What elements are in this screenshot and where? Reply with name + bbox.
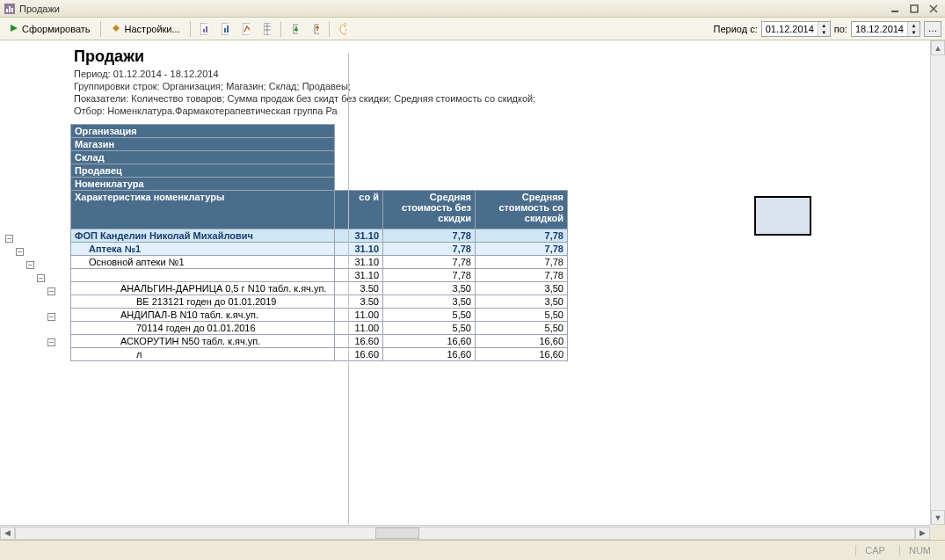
cell-value: 11.00 xyxy=(335,309,383,322)
separator xyxy=(280,21,281,37)
row-name: Аптека №1 xyxy=(71,243,335,256)
table-row[interactable]: Аптека №131.107,787,78 xyxy=(71,243,568,256)
cell-value: 16,60 xyxy=(383,335,476,348)
tree-toggle[interactable]: − xyxy=(37,274,45,282)
tool-action-1[interactable] xyxy=(285,20,304,38)
table-row[interactable]: АНДИПАЛ-В N10 табл. к.яч.уп.11.005,505,5… xyxy=(71,309,568,322)
cell-value: 5,50 xyxy=(476,322,568,335)
row-name: ФОП Канделин Николай Михайлович xyxy=(71,229,335,243)
minimize-button[interactable] xyxy=(887,3,903,15)
svg-rect-5 xyxy=(911,5,918,12)
col-partial[interactable]: со й xyxy=(335,191,383,229)
cell-value: 31.10 xyxy=(335,256,383,269)
scroll-thumb[interactable] xyxy=(375,527,419,539)
window-titlebar: Продажи xyxy=(0,0,945,18)
scroll-left-icon[interactable]: ◀ xyxy=(0,527,15,540)
date-spin[interactable]: ▲▼ xyxy=(907,22,920,36)
svg-rect-14 xyxy=(224,28,226,33)
row-name: АНАЛЬГИН-ДАРНИЦА 0,5 г N10 табл. к.яч.уп… xyxy=(71,282,335,295)
horizontal-scrollbar[interactable]: ◀ ▶ xyxy=(0,525,930,540)
tree-toggle[interactable]: − xyxy=(47,338,55,346)
date-spin[interactable]: ▲▼ xyxy=(818,22,830,36)
cell-value: 5,50 xyxy=(383,309,476,322)
cell-value: 11.00 xyxy=(335,322,383,335)
row-name: Основной аптеки №1 xyxy=(71,256,335,269)
date-to-input[interactable]: 18.12.2014 ▲▼ xyxy=(851,21,920,37)
table-row[interactable]: л16.6016,6016,60 xyxy=(71,348,568,361)
tree-toggle[interactable]: − xyxy=(26,261,34,269)
tree-toggle[interactable]: − xyxy=(47,313,55,321)
cell-value: 3,50 xyxy=(476,295,568,309)
help-button[interactable]: ? xyxy=(333,20,353,38)
col-org[interactable]: Организация xyxy=(71,125,335,138)
separator xyxy=(100,21,101,37)
cell-value: 16.60 xyxy=(335,335,383,348)
cell-value: 31.10 xyxy=(335,269,383,282)
cell-value: 7,78 xyxy=(383,256,476,269)
maximize-button[interactable] xyxy=(906,3,922,15)
report-title: Продажи xyxy=(70,46,945,68)
col-shop[interactable]: Магазин xyxy=(71,138,335,151)
period-dialog-button[interactable]: … xyxy=(924,21,941,37)
cell-value: 31.10 xyxy=(335,229,383,243)
tool-chart-2[interactable] xyxy=(215,20,235,38)
close-button[interactable] xyxy=(926,3,941,15)
window-title: Продажи xyxy=(19,4,887,14)
play-icon xyxy=(10,24,18,34)
report-content: Продажи Период: 01.12.2014 - 18.12.2014 … xyxy=(70,40,945,525)
scroll-down-icon[interactable]: ▼ xyxy=(931,510,945,525)
run-report-button[interactable]: Сформировать xyxy=(4,20,97,38)
tree-toggle[interactable]: − xyxy=(47,287,55,295)
row-name: АНДИПАЛ-В N10 табл. к.яч.уп. xyxy=(71,309,335,322)
status-bar: CAP NUM xyxy=(0,540,945,560)
cell-value: 16,60 xyxy=(476,335,568,348)
col-avg-disc[interactable]: Средняя стоимость со скидкой xyxy=(476,191,568,229)
vertical-splitter[interactable] xyxy=(348,53,349,525)
app-icon xyxy=(4,3,16,15)
table-row[interactable]: Основной аптеки №131.107,787,78 xyxy=(71,256,568,269)
cell-value: 16.60 xyxy=(335,348,383,361)
cell-value: 16,60 xyxy=(476,348,568,361)
row-name: л xyxy=(71,348,335,361)
scroll-track[interactable] xyxy=(15,527,915,540)
separator xyxy=(190,21,191,37)
row-name xyxy=(71,269,335,282)
tree-toggle[interactable]: − xyxy=(5,235,13,243)
outline-tree: − − − − − − − xyxy=(2,232,55,349)
col-avg-no-disc[interactable]: Средняя стоимость без скидки xyxy=(383,191,476,229)
scroll-right-icon[interactable]: ▶ xyxy=(915,527,930,540)
status-num: NUM xyxy=(899,545,940,556)
table-row[interactable]: ВЕ 213121 годен до 01.01.20193.503,503,5… xyxy=(71,295,568,309)
report-table: Организация Магазин Склад Продавец Номен… xyxy=(70,124,568,361)
tool-action-2[interactable] xyxy=(306,20,325,38)
scroll-up-icon[interactable]: ▲ xyxy=(931,40,945,55)
tool-grid[interactable] xyxy=(258,20,277,38)
cell-value: 7,78 xyxy=(476,256,568,269)
settings-button[interactable]: Настройки... xyxy=(105,20,186,38)
cell-value: 7,78 xyxy=(476,229,568,243)
svg-rect-10 xyxy=(203,29,205,33)
cell-value: 3,50 xyxy=(383,295,476,309)
selection-overlay[interactable] xyxy=(754,196,811,236)
col-charact[interactable]: Характеристика номенклатуры xyxy=(71,191,335,229)
tool-chart-1[interactable] xyxy=(194,20,214,38)
date-from-value: 01.12.2014 xyxy=(762,24,818,34)
cell-value: 5,50 xyxy=(383,322,476,335)
tree-toggle[interactable]: − xyxy=(16,248,24,256)
col-stock[interactable]: Склад xyxy=(71,151,335,164)
svg-marker-8 xyxy=(11,25,18,32)
col-seller[interactable]: Продавец xyxy=(71,164,335,178)
svg-rect-2 xyxy=(9,6,11,12)
vertical-scrollbar[interactable]: ▲ ▼ xyxy=(930,40,945,525)
table-row[interactable]: 31.107,787,78 xyxy=(71,269,568,282)
cell-value: 3.50 xyxy=(335,282,383,295)
date-to-value: 18.12.2014 xyxy=(852,24,907,34)
cell-value: 31.10 xyxy=(335,243,383,256)
tool-chart-3[interactable] xyxy=(236,20,256,38)
col-nomen[interactable]: Номенклатура xyxy=(71,178,335,191)
table-row[interactable]: АНАЛЬГИН-ДАРНИЦА 0,5 г N10 табл. к.яч.уп… xyxy=(71,282,568,295)
table-row[interactable]: 70114 годен до 01.01.201611.005,505,50 xyxy=(71,322,568,335)
date-from-input[interactable]: 01.12.2014 ▲▼ xyxy=(761,21,831,37)
table-row[interactable]: АСКОРУТИН N50 табл. к.яч.уп.16.6016,6016… xyxy=(71,335,568,348)
table-row[interactable]: ФОП Канделин Николай Михайлович31.107,78… xyxy=(71,229,568,243)
